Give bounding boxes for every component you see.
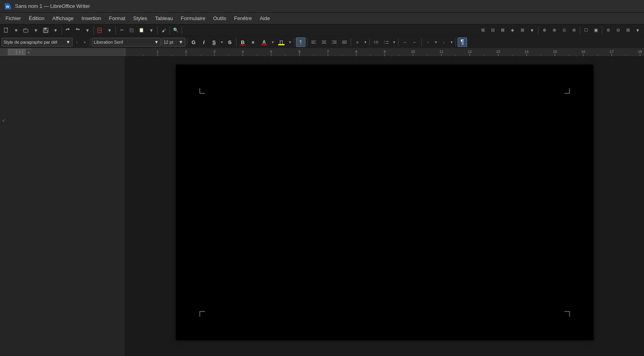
linespacing-button[interactable]: ≡ xyxy=(353,37,362,47)
undo-button[interactable] xyxy=(63,26,73,35)
tb-right-4[interactable]: ◈ xyxy=(508,26,517,35)
subscript-button[interactable]: × xyxy=(248,37,258,47)
pdf-button[interactable]: PDF xyxy=(95,26,104,35)
new-button[interactable] xyxy=(2,26,11,35)
sep8 xyxy=(580,26,580,34)
copy-button[interactable]: ⿻ xyxy=(127,26,136,35)
tb-right-11[interactable]: ▣ xyxy=(591,26,601,35)
content-area[interactable] xyxy=(125,57,644,356)
svg-point-21 xyxy=(374,41,375,42)
tb-right-1[interactable]: ⊞ xyxy=(478,26,488,35)
left-panel: ↙ xyxy=(0,57,125,356)
cut-button[interactable]: ✂ xyxy=(117,26,127,35)
svg-point-23 xyxy=(374,43,375,43)
tb-right-10[interactable]: ☐ xyxy=(581,26,591,35)
clone-format-button[interactable]: 🖌 xyxy=(159,26,168,35)
tb-right-6[interactable]: ⊕ xyxy=(540,26,549,35)
save-button[interactable] xyxy=(41,26,50,35)
spacing-below-dropdown[interactable]: ▼ xyxy=(449,37,454,47)
spacing-above-button[interactable]: ↑ xyxy=(423,37,433,47)
svg-text:3: 3 xyxy=(213,50,215,54)
sep1 xyxy=(61,26,62,34)
tb-right-3[interactable]: ⊠ xyxy=(498,26,507,35)
svg-text:10: 10 xyxy=(411,50,415,54)
svg-text:7: 7 xyxy=(327,50,329,54)
indent-increase-button[interactable]: → xyxy=(400,37,409,47)
font-size-dropdown[interactable]: 12 pt ▼ xyxy=(162,38,185,46)
svg-text:12: 12 xyxy=(468,50,472,54)
svg-text:16: 16 xyxy=(581,50,585,54)
spacing-below-button[interactable]: ↓ xyxy=(439,37,449,47)
menu-fichier[interactable]: Fichier xyxy=(2,14,25,23)
document-page[interactable] xyxy=(176,65,594,340)
new-dropdown[interactable]: ▼ xyxy=(11,26,21,35)
highlight-button[interactable]: ∏ xyxy=(276,37,287,47)
align-justify-button[interactable] xyxy=(340,37,349,47)
menu-tableau[interactable]: Tableau xyxy=(151,14,177,23)
linespacing-dropdown[interactable]: ▼ xyxy=(363,37,368,47)
svg-text:15: 15 xyxy=(553,50,557,54)
standard-toolbar: ▼ ▼ ▼ ▼ PDF ▼ ✂ ⿻ 📋 ▼ 🖌 🔍 ⊞ ⊟ ⊠ ◈ ⊞ ▼ ⊕ xyxy=(0,24,644,36)
underline-dropdown[interactable]: ▼ xyxy=(220,37,224,47)
tb-right-14[interactable]: ⊞ xyxy=(623,26,633,35)
align-right-button[interactable] xyxy=(329,37,339,47)
tb-right-13[interactable]: ⊝ xyxy=(613,26,623,35)
pdf-dropdown[interactable]: ▼ xyxy=(105,26,114,35)
tb-right-5[interactable]: ⊞ xyxy=(517,26,527,35)
new-style-button[interactable]: + xyxy=(81,37,88,47)
tb-right-15[interactable]: ▼ xyxy=(633,26,642,35)
tb-right-8[interactable]: ⊙ xyxy=(559,26,569,35)
tb-right-12[interactable]: ⊜ xyxy=(603,26,613,35)
corner-tr xyxy=(564,88,570,94)
sep6 xyxy=(182,26,182,34)
nonprinting-chars-button[interactable]: ¶ xyxy=(296,37,305,47)
underline-button[interactable]: S xyxy=(209,37,219,47)
menu-formulaire[interactable]: Formulaire xyxy=(177,14,209,23)
number-list-button[interactable]: 1.2. xyxy=(382,37,391,47)
menu-outils[interactable]: Outils xyxy=(209,14,230,23)
tb-right-9[interactable]: ⊛ xyxy=(569,26,579,35)
open-dropdown[interactable]: ▼ xyxy=(31,26,41,35)
open-button[interactable] xyxy=(21,26,31,35)
font-name-dropdown[interactable]: Liberation Serif ▼ xyxy=(92,38,161,46)
sep-fmt9 xyxy=(421,38,422,46)
svg-text:17: 17 xyxy=(610,50,614,54)
list-dropdown[interactable]: ▼ xyxy=(392,37,396,47)
svg-text:9: 9 xyxy=(383,50,385,54)
tb-right-2[interactable]: ⊟ xyxy=(488,26,497,35)
bold-button[interactable]: G xyxy=(189,37,198,47)
align-left-button[interactable] xyxy=(309,37,318,47)
bold-char-button[interactable]: B xyxy=(238,37,248,47)
menu-fenetre[interactable]: Fenêtre xyxy=(230,14,256,23)
paragraph-style-dropdown[interactable]: Style de paragraphe par déf ▼ xyxy=(2,38,73,46)
tb-right-dropdown[interactable]: ▼ xyxy=(527,26,537,35)
redo-button[interactable] xyxy=(73,26,82,35)
indent-decrease-button[interactable]: ← xyxy=(410,37,420,47)
highlight-dropdown[interactable]: ▼ xyxy=(288,37,292,47)
menu-format[interactable]: Format xyxy=(105,14,129,23)
paste-dropdown[interactable]: ▼ xyxy=(147,26,156,35)
menu-affichage[interactable]: Affichage xyxy=(48,14,78,23)
menu-styles[interactable]: Styles xyxy=(129,14,151,23)
menu-insertion[interactable]: Insertion xyxy=(78,14,105,23)
tb-right-7[interactable]: ⊗ xyxy=(549,26,559,35)
paste-button[interactable]: 📋 xyxy=(137,26,146,35)
bullet-list-button[interactable] xyxy=(371,37,381,47)
ruler-left-margin: │ 1 │ ✕ xyxy=(0,48,125,56)
save-dropdown[interactable]: ▼ xyxy=(51,26,60,35)
svg-text:8: 8 xyxy=(355,50,357,54)
menu-aide[interactable]: Aide xyxy=(256,14,274,23)
font-color-button[interactable]: A xyxy=(259,37,270,47)
paragraph-mark-button[interactable]: ¶ xyxy=(458,37,467,47)
redo-dropdown[interactable]: ▼ xyxy=(83,26,92,35)
align-center-button[interactable] xyxy=(319,37,329,47)
find-button[interactable]: 🔍 xyxy=(171,26,181,35)
spacing-above-dropdown[interactable]: ▼ xyxy=(434,37,438,47)
menu-edition[interactable]: Édition xyxy=(25,14,48,23)
window-title: Sans nom 1 — LibreOffice Writer xyxy=(15,3,90,9)
strikethrough-button[interactable]: S xyxy=(225,37,235,47)
update-style-button[interactable]: ↑ xyxy=(73,37,80,47)
font-color-dropdown[interactable]: ▼ xyxy=(270,37,275,47)
italic-button[interactable]: I xyxy=(199,37,208,47)
svg-text:2.: 2. xyxy=(384,42,385,44)
